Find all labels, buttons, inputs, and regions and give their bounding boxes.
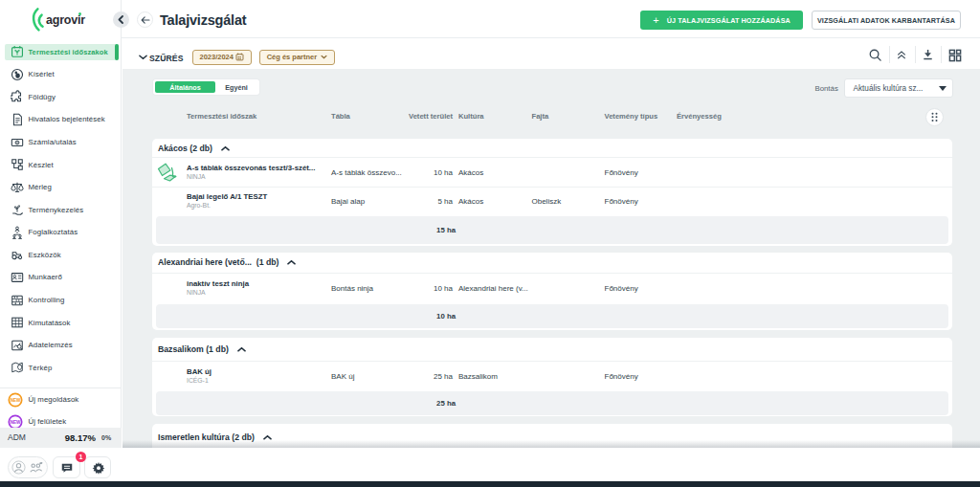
svg-text:NEW: NEW	[11, 420, 21, 425]
svg-text:NEW: NEW	[11, 398, 21, 403]
